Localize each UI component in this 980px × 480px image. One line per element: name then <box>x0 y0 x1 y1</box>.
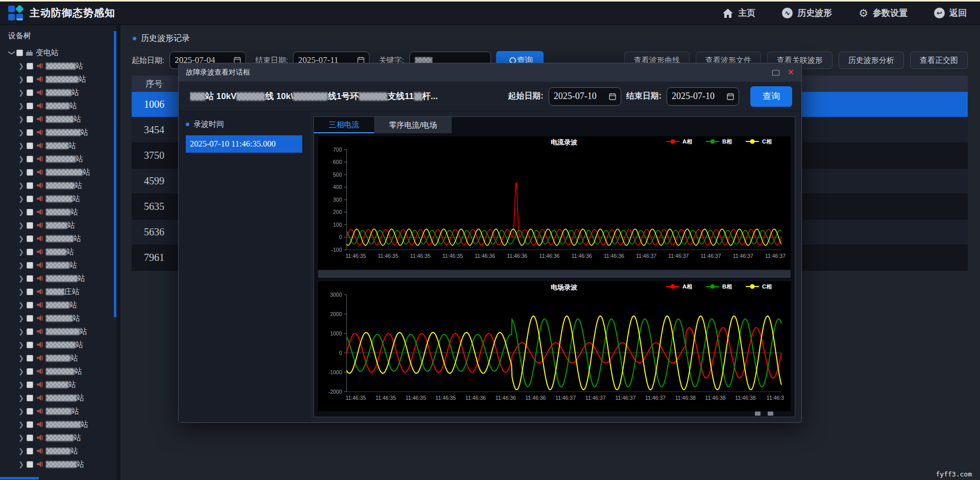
checkbox[interactable] <box>27 315 33 322</box>
tree-station-item[interactable]: ❯庄站 <box>8 285 116 298</box>
chevron-right-icon[interactable]: ❯ <box>18 129 26 136</box>
checkbox[interactable] <box>27 182 33 189</box>
chevron-right-icon[interactable]: ❯ <box>18 182 26 189</box>
tree-station-item[interactable]: ❯站 <box>8 99 116 112</box>
chevron-right-icon[interactable]: ❯ <box>18 275 26 282</box>
chevron-right-icon[interactable]: ❯ <box>18 76 26 83</box>
tree-station-item[interactable]: ❯站 <box>8 311 116 325</box>
checkbox[interactable] <box>27 196 33 202</box>
dialog-query-button[interactable]: 查询 <box>750 86 792 107</box>
checkbox[interactable] <box>27 289 33 295</box>
datazoom-handles[interactable] <box>318 412 791 417</box>
tree-station-item[interactable]: ❯站 <box>8 404 116 418</box>
tab-three-phase-current[interactable]: 三相电流 <box>314 117 374 133</box>
chevron-right-icon[interactable]: ❯ <box>18 222 26 229</box>
chevron-right-icon[interactable]: ❯ <box>18 142 26 150</box>
tree-station-item[interactable]: ❯站 <box>8 165 116 179</box>
checkbox[interactable] <box>27 235 33 242</box>
chevron-right-icon[interactable]: ❯ <box>18 341 26 349</box>
close-icon[interactable]: ✕ <box>788 68 794 77</box>
chevron-right-icon[interactable]: ❯ <box>18 407 26 415</box>
chevron-right-icon[interactable]: ❯ <box>18 394 26 402</box>
dialog-end-date-input[interactable]: 2025-07-10 <box>667 87 739 106</box>
checkbox[interactable] <box>27 408 33 415</box>
checkbox[interactable] <box>27 156 33 162</box>
tree-station-item[interactable]: ❯站 <box>8 152 116 165</box>
chevron-right-icon[interactable]: ❯ <box>18 461 26 468</box>
chevron-right-icon[interactable]: ❯ <box>18 62 26 70</box>
chevron-right-icon[interactable]: ❯ <box>18 235 26 243</box>
tree-station-item[interactable]: ❯站 <box>8 258 116 272</box>
chevron-right-icon[interactable]: ❯ <box>18 115 26 123</box>
tree-station-item[interactable]: ❯站 <box>8 444 116 458</box>
chevron-right-icon[interactable]: ❯ <box>18 447 26 455</box>
chevron-right-icon[interactable]: ❯ <box>18 208 26 216</box>
tree-station-item[interactable]: ❯站 <box>8 73 116 86</box>
nav-history-waveform[interactable]: ∿ 历史波形 <box>782 7 832 19</box>
checkbox[interactable] <box>16 50 23 56</box>
record-time-item[interactable]: 2025-07-10 11:46:35.000 <box>186 135 302 153</box>
chevron-right-icon[interactable]: ❯ <box>18 288 26 296</box>
checkbox[interactable] <box>27 342 33 348</box>
tree-station-item[interactable]: ❯站 <box>8 325 116 338</box>
tree-station-item[interactable]: ❯站 <box>8 232 116 245</box>
chevron-right-icon[interactable]: ❯ <box>18 315 26 322</box>
chevron-right-icon[interactable]: ❯ <box>18 301 26 309</box>
checkbox[interactable] <box>27 63 33 69</box>
chevron-right-icon[interactable]: ❯ <box>18 169 26 176</box>
nav-home[interactable]: 主页 <box>722 7 755 19</box>
checkbox[interactable] <box>27 209 33 215</box>
checkbox[interactable] <box>27 395 33 401</box>
checkbox[interactable] <box>27 461 33 468</box>
dialog-titlebar[interactable]: 故障录波查看对话框 ✕ <box>179 63 801 82</box>
chevron-right-icon[interactable]: ❯ <box>18 381 26 389</box>
checkbox[interactable] <box>27 381 33 388</box>
checkbox[interactable] <box>27 302 33 308</box>
checkbox[interactable] <box>27 249 33 255</box>
chevron-right-icon[interactable]: ❯ <box>18 248 26 256</box>
checkbox[interactable] <box>27 103 33 109</box>
nav-settings[interactable]: ⚙ 参数设置 <box>859 7 908 19</box>
tree-station-item[interactable]: ❯站 <box>8 126 116 139</box>
chevron-right-icon[interactable]: ❯ <box>18 102 26 110</box>
nav-back[interactable]: ↩ 返回 <box>934 7 967 19</box>
tree-station-item[interactable]: ❯站 <box>8 86 116 99</box>
checkbox[interactable] <box>27 142 33 149</box>
tree-station-item[interactable]: ❯站 <box>8 272 116 285</box>
checkbox[interactable] <box>27 328 33 335</box>
window-restore-icon[interactable] <box>772 70 779 76</box>
tree-station-item[interactable]: ❯站 <box>8 205 116 219</box>
checkbox[interactable] <box>27 89 33 96</box>
tree-station-item[interactable]: ❯站 <box>8 112 116 126</box>
chevron-right-icon[interactable]: ❯ <box>18 89 26 97</box>
action-button-4[interactable]: 查看正交图 <box>910 52 968 69</box>
checkbox[interactable] <box>27 129 33 136</box>
chevron-right-icon[interactable]: ❯ <box>18 421 26 428</box>
chevron-right-icon[interactable]: ❯ <box>18 155 26 163</box>
checkbox[interactable] <box>27 262 33 269</box>
chevron-right-icon[interactable]: ❯ <box>18 328 26 335</box>
sidebar-horizontal-scrollbar[interactable] <box>0 477 39 479</box>
checkbox[interactable] <box>27 448 33 454</box>
dialog-start-date-input[interactable]: 2025-07-10 <box>549 87 621 106</box>
tree-station-item[interactable]: ❯站 <box>8 219 116 232</box>
tree-station-item[interactable]: ❯站 <box>8 418 116 431</box>
tree-station-item[interactable]: ❯站 <box>8 391 116 404</box>
chevron-right-icon[interactable]: ❯ <box>18 261 26 269</box>
tree-station-item[interactable]: ❯站 <box>8 245 116 258</box>
checkbox[interactable] <box>27 169 33 176</box>
tree-station-item[interactable]: ❯站 <box>8 179 116 192</box>
tree-station-item[interactable]: ❯站 <box>8 378 116 391</box>
tree-station-item[interactable]: ❯站 <box>8 139 116 152</box>
tree-station-item[interactable]: ❯站 <box>8 338 116 351</box>
datazoom-slider[interactable] <box>318 270 791 278</box>
tree-station-item[interactable]: ❯站 <box>8 431 116 444</box>
tree-station-item[interactable]: ❯站 <box>8 192 116 205</box>
checkbox[interactable] <box>27 355 33 362</box>
chevron-right-icon[interactable]: ❯ <box>18 195 26 203</box>
chevron-down-icon[interactable]: ❯ <box>8 50 16 57</box>
tree-station-item[interactable]: ❯站 <box>8 59 116 73</box>
checkbox[interactable] <box>27 76 33 83</box>
chevron-right-icon[interactable]: ❯ <box>18 434 26 442</box>
current-waveform-chart[interactable]: 电流录波A相B相C相7006005004003002001000-10011:4… <box>318 136 791 269</box>
